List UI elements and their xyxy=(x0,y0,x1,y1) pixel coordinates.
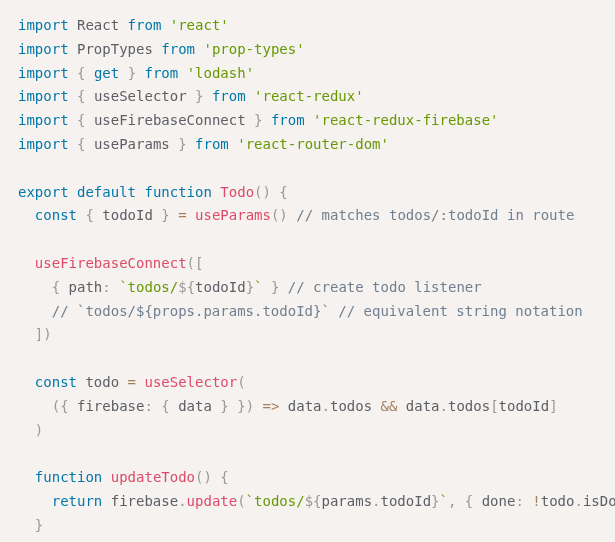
token-plain xyxy=(254,398,262,414)
token-plain: isDone xyxy=(583,493,615,509)
token-punct: . xyxy=(574,493,582,509)
token-plain xyxy=(18,469,35,485)
token-plain xyxy=(178,65,186,81)
token-keyword: import xyxy=(18,88,69,104)
token-punct: { xyxy=(279,184,287,200)
token-punct: ( xyxy=(237,493,245,509)
token-string: ` xyxy=(254,279,262,295)
token-punct: } xyxy=(246,279,254,295)
token-keyword: import xyxy=(18,112,69,128)
token-keyword: const xyxy=(35,374,77,390)
token-punct: { xyxy=(161,398,169,414)
token-keyword: import xyxy=(18,41,69,57)
token-operator: && xyxy=(381,398,398,414)
token-punct: () xyxy=(195,469,212,485)
token-plain: firebase xyxy=(69,398,145,414)
token-plain xyxy=(111,279,119,295)
token-plain xyxy=(305,112,313,128)
token-keyword: function xyxy=(35,469,102,485)
token-operator: = xyxy=(128,374,136,390)
token-plain xyxy=(69,184,77,200)
token-plain: data xyxy=(170,398,221,414)
token-string: 'lodash' xyxy=(187,65,254,81)
token-plain xyxy=(279,279,287,295)
token-plain: done xyxy=(473,493,515,509)
token-plain xyxy=(229,398,237,414)
code-block: import React from 'react' import PropTyp… xyxy=(18,14,597,538)
token-plain xyxy=(69,136,77,152)
token-punct: ( xyxy=(237,374,245,390)
token-punct: () xyxy=(271,207,288,223)
token-punct: ([ xyxy=(187,255,204,271)
token-keyword: function xyxy=(144,184,211,200)
token-punct: } xyxy=(178,136,186,152)
token-plain xyxy=(229,136,237,152)
token-func: useFirebaseConnect xyxy=(35,255,187,271)
token-punct: ${ xyxy=(178,279,195,295)
token-punct: . xyxy=(440,398,448,414)
token-plain xyxy=(246,88,254,104)
token-string: 'react-redux-firebase' xyxy=(313,112,498,128)
token-punct: } xyxy=(128,65,136,81)
token-plain xyxy=(102,469,110,485)
token-plain: todo xyxy=(541,493,575,509)
token-keyword: return xyxy=(52,493,103,509)
token-plain: path xyxy=(60,279,102,295)
token-plain xyxy=(18,374,35,390)
token-keyword: const xyxy=(35,207,77,223)
token-plain xyxy=(288,207,296,223)
token-string: `todos/ xyxy=(246,493,305,509)
token-punct: [ xyxy=(490,398,498,414)
token-plain xyxy=(263,279,271,295)
token-operator: ! xyxy=(532,493,540,509)
token-plain xyxy=(85,65,93,81)
token-punct: ${ xyxy=(305,493,322,509)
token-plain: useParams xyxy=(85,136,178,152)
code-content: import React from 'react' import PropTyp… xyxy=(18,17,615,533)
token-keyword: from xyxy=(212,88,246,104)
token-operator: => xyxy=(263,398,280,414)
token-punct: () xyxy=(254,184,271,200)
token-string: 'prop-types' xyxy=(203,41,304,57)
token-plain xyxy=(69,112,77,128)
token-keyword: from xyxy=(195,136,229,152)
token-plain: useFirebaseConnect xyxy=(85,112,254,128)
token-plain xyxy=(18,303,52,319)
token-punct: } xyxy=(161,207,169,223)
token-plain: PropTypes xyxy=(69,41,162,57)
token-punct: . xyxy=(178,493,186,509)
token-plain xyxy=(69,88,77,104)
token-plain: todos xyxy=(448,398,490,414)
token-punct: { xyxy=(465,493,473,509)
token-comment: // create todo listener xyxy=(288,279,482,295)
token-plain: todos xyxy=(330,398,381,414)
token-plain: todoId xyxy=(94,207,161,223)
token-plain xyxy=(18,398,52,414)
token-punct: } xyxy=(431,493,439,509)
token-plain xyxy=(262,112,270,128)
token-plain xyxy=(18,207,35,223)
token-string: 'react-redux' xyxy=(254,88,364,104)
token-plain xyxy=(170,207,178,223)
token-plain xyxy=(203,88,211,104)
token-plain: todoId xyxy=(381,493,432,509)
token-plain: React xyxy=(69,17,128,33)
token-keyword: default xyxy=(77,184,136,200)
token-string: 'react' xyxy=(170,17,229,33)
token-punct: : xyxy=(515,493,523,509)
token-punct: } xyxy=(35,517,43,533)
token-punct: ] xyxy=(549,398,557,414)
token-plain: todoId xyxy=(195,279,246,295)
token-plain xyxy=(18,422,35,438)
token-keyword: from xyxy=(145,65,179,81)
token-plain xyxy=(18,255,35,271)
token-keyword: import xyxy=(18,65,69,81)
token-punct: ) xyxy=(35,422,43,438)
token-plain xyxy=(187,207,195,223)
token-plain xyxy=(161,17,169,33)
token-plain xyxy=(69,65,77,81)
token-comment: // matches todos/:todoId in route xyxy=(296,207,574,223)
token-keyword: from xyxy=(271,112,305,128)
token-keyword: from xyxy=(161,41,195,57)
token-string: 'react-router-dom' xyxy=(237,136,389,152)
